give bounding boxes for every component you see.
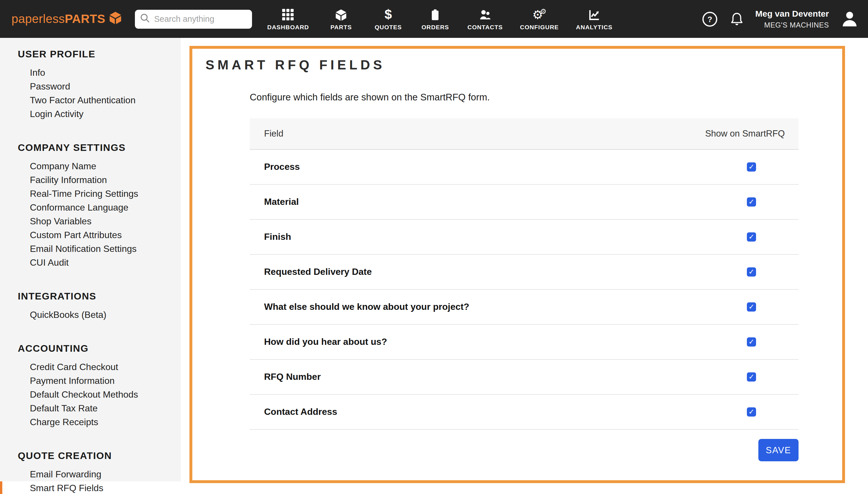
sidebar-section: USER PROFILE Info Password Two Factor Au… [0, 49, 181, 121]
search-input[interactable] [154, 14, 261, 23]
nav-label-contacts: CONTACTS [467, 23, 503, 30]
show-on-smartrfq-checkbox[interactable]: ✓ [747, 232, 756, 242]
panel-actions: SAVE [250, 439, 798, 461]
save-button[interactable]: SAVE [758, 439, 798, 461]
sidebar-item-login-activity[interactable]: Login Activity [0, 107, 181, 121]
column-header-show-on-smartrfq: Show on SmartRFQ [705, 129, 785, 139]
nav-label-orders: ORDERS [422, 23, 449, 30]
nav-item-dashboard[interactable]: DASHBOARD [267, 8, 309, 30]
sidebar-section-items: Info Password Two Factor Authentication … [0, 66, 181, 121]
sidebar-item-default-checkout-methods[interactable]: Default Checkout Methods [0, 388, 181, 402]
sidebar-item-password[interactable]: Password [0, 80, 181, 94]
show-on-smartrfq-checkbox[interactable]: ✓ [747, 407, 756, 417]
sidebar-item-facility-information[interactable]: Facility Information [0, 173, 181, 187]
nav-item-analytics[interactable]: ANALYTICS [576, 8, 612, 30]
show-on-smartrfq-checkbox[interactable]: ✓ [747, 267, 756, 277]
sidebar-item-email-forwarding[interactable]: Email Forwarding [0, 468, 181, 481]
sidebar-section: INTEGRATIONS QuickBooks (Beta) [0, 291, 181, 322]
show-on-smartrfq-checkbox[interactable]: ✓ [747, 372, 756, 382]
sidebar-section-items: Company Name Facility Information Real-T… [0, 159, 181, 270]
sidebar-item-charge-receipts[interactable]: Charge Receipts [0, 415, 181, 429]
avatar-icon[interactable] [840, 9, 860, 29]
sidebar-item-quickbooks-beta-[interactable]: QuickBooks (Beta) [0, 308, 181, 322]
field-label: How did you hear about us? [264, 337, 387, 347]
table-row: Finish ✓ [250, 220, 798, 255]
show-on-smartrfq-checkbox[interactable]: ✓ [747, 302, 756, 311]
clipboard-icon [429, 8, 441, 21]
field-label: Requested Delivery Date [264, 267, 372, 277]
field-label: Process [264, 162, 300, 172]
search-icon [140, 13, 150, 25]
sidebar-item-smart-rfq-fields[interactable]: Smart RFQ Fields [0, 481, 181, 494]
sidebar-section: ACCOUNTING Credit Card Checkout Payment … [0, 343, 181, 429]
sidebar-item-cui-audit[interactable]: CUI Audit [0, 256, 181, 270]
logo-cube-icon [109, 11, 123, 27]
logo-text: paperlessPARTS [12, 12, 105, 26]
cube-icon [335, 8, 347, 21]
smart-rfq-fields-panel: SMART RFQ FIELDS Configure which fields … [189, 46, 845, 483]
sidebar-section-title: ACCOUNTING [18, 343, 181, 355]
people-icon [479, 8, 492, 21]
sidebar-item-real-time-pricing-settings[interactable]: Real-Time Pricing Settings [0, 187, 181, 201]
show-on-smartrfq-checkbox[interactable]: ✓ [747, 163, 756, 172]
sidebar-section-title: USER PROFILE [18, 49, 181, 60]
header-right-controls: ? Meg van Deventer MEG'S MACHINES [701, 7, 868, 31]
nav-item-contacts[interactable]: CONTACTS [467, 8, 503, 30]
logo-text-light: paperless [12, 12, 65, 25]
nav-item-configure[interactable]: ⚙⚙ CONFIGURE [520, 8, 559, 30]
table-row: Requested Delivery Date ✓ [250, 255, 798, 290]
sidebar-item-email-notification-settings[interactable]: Email Notification Settings [0, 242, 181, 256]
sidebar-section-title: COMPANY SETTINGS [18, 142, 181, 154]
nav-item-parts[interactable]: PARTS [326, 8, 356, 30]
sidebar-item-default-tax-rate[interactable]: Default Tax Rate [0, 402, 181, 415]
sidebar-section-items: Credit Card Checkout Payment Information… [0, 360, 181, 429]
show-on-smartrfq-checkbox[interactable]: ✓ [747, 197, 756, 207]
page-description: Configure which fields are shown on the … [250, 92, 798, 103]
table-row: Process ✓ [250, 150, 798, 185]
table-header-row: Field Show on SmartRFQ [250, 118, 798, 150]
sidebar-section-title: QUOTE CREATION [18, 450, 181, 462]
sidebar-item-shop-variables[interactable]: Shop Variables [0, 214, 181, 228]
field-label: Contact Address [264, 407, 337, 417]
table-row: RFQ Number ✓ [250, 360, 798, 395]
help-icon[interactable]: ? [701, 11, 718, 27]
sidebar-section-title: INTEGRATIONS [18, 291, 181, 302]
top-navigation-bar: paperlessPARTS [0, 0, 868, 38]
table-row: Material ✓ [250, 185, 798, 220]
nav-item-orders[interactable]: ORDERS [420, 8, 450, 30]
sidebar-item-company-name[interactable]: Company Name [0, 159, 181, 173]
user-name: Meg van Deventer [755, 7, 829, 20]
nav-item-quotes[interactable]: $ QUOTES [373, 8, 403, 30]
fields-table: Field Show on SmartRFQ Process ✓ Materia… [250, 118, 798, 430]
sidebar-item-payment-information[interactable]: Payment Information [0, 374, 181, 388]
sidebar-item-two-factor-authentication[interactable]: Two Factor Authentication [0, 94, 181, 107]
sidebar-section: COMPANY SETTINGS Company Name Facility I… [0, 142, 181, 270]
field-label: Material [264, 197, 299, 207]
sidebar-item-credit-card-checkout[interactable]: Credit Card Checkout [0, 360, 181, 374]
nav-label-analytics: ANALYTICS [576, 23, 612, 30]
sidebar-item-custom-part-attributes[interactable]: Custom Part Attributes [0, 228, 181, 242]
gears-icon: ⚙⚙ [533, 8, 547, 21]
sidebar-section: QUOTE CREATION Email Forwarding Smart RF… [0, 450, 181, 494]
show-on-smartrfq-checkbox[interactable]: ✓ [747, 337, 756, 346]
global-search [135, 10, 252, 28]
page-title: SMART RFQ FIELDS [205, 56, 842, 73]
notifications-bell-icon[interactable] [729, 11, 744, 27]
paperless-parts-logo[interactable]: paperlessPARTS [12, 11, 123, 27]
company-name: MEG'S MACHINES [755, 20, 829, 31]
primary-nav: DASHBOARD PARTS $ QUOTES [267, 8, 612, 30]
sidebar-item-conformance-language[interactable]: Conformance Language [0, 201, 181, 214]
field-label: Finish [264, 232, 291, 242]
nav-label-parts: PARTS [330, 23, 352, 30]
sidebar-item-info[interactable]: Info [0, 66, 181, 80]
table-row: How did you hear about us? ✓ [250, 325, 798, 360]
sidebar-section-items: Email Forwarding Smart RFQ Fields [0, 468, 181, 494]
logo-text-bold: PARTS [65, 12, 105, 25]
table-row: Contact Address ✓ [250, 395, 798, 430]
nav-label-dashboard: DASHBOARD [267, 23, 309, 30]
grid-icon [282, 8, 294, 21]
column-header-field: Field [264, 129, 283, 139]
nav-label-configure: CONFIGURE [520, 23, 559, 30]
svg-text:?: ? [707, 15, 712, 23]
user-info[interactable]: Meg van Deventer MEG'S MACHINES [755, 7, 829, 31]
